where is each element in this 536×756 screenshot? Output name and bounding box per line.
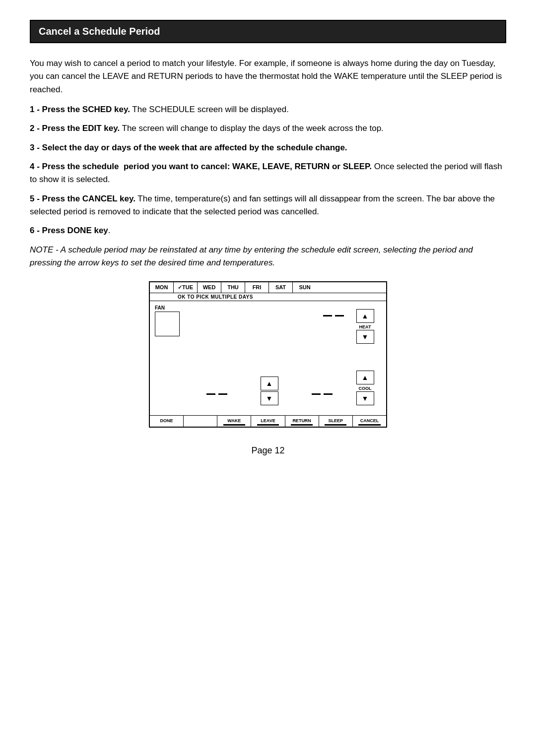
wake-button[interactable]: WAKE — [217, 416, 251, 427]
day-thu[interactable]: THU — [221, 282, 245, 293]
step-1-bold: 1 - Press the SCHED key. — [30, 105, 130, 114]
page-title: Cancel a Schedule Period — [30, 20, 506, 43]
cool-column: ▲ COOL ▼ — [356, 371, 374, 406]
center-column: ▲ ▼ — [190, 305, 349, 406]
sleep-button[interactable]: SLEEP — [319, 416, 353, 427]
day-sun[interactable]: SUN — [293, 282, 317, 293]
time-dash-display — [206, 393, 227, 395]
step-6: 6 - Press DONE key. — [30, 224, 506, 237]
leave-button[interactable]: LEAVE — [251, 416, 285, 427]
fan-column: FAN — [155, 305, 190, 406]
step-6-period: . — [108, 226, 111, 235]
page-number: Page 12 — [30, 445, 506, 456]
time-arrows[interactable]: ▲ ▼ — [261, 377, 278, 406]
thermostat-body: MON ✓TUE WED THU FRI SAT SUN OK TO PICK … — [149, 281, 387, 428]
time-down-button[interactable]: ▼ — [261, 391, 278, 405]
step-2: 2 - Press the EDIT key. The screen will … — [30, 122, 506, 135]
step-5-bold: 5 - Press the CANCEL key. — [30, 194, 135, 203]
intro-paragraph: You may wish to cancel a period to match… — [30, 57, 506, 96]
day-wed[interactable]: WED — [198, 282, 221, 293]
step-6-bold: 6 - Press DONE key — [30, 226, 108, 235]
day-row: MON ✓TUE WED THU FRI SAT SUN — [150, 282, 386, 293]
cool-label: COOL — [359, 386, 372, 391]
cool-dash-display — [312, 393, 333, 395]
heat-label: HEAT — [359, 324, 371, 329]
heat-dash-display — [323, 315, 344, 316]
step-3: 3 - Select the day or days of the week t… — [30, 141, 506, 154]
done-button[interactable]: DONE — [150, 416, 184, 427]
note-paragraph: NOTE - A schedule period may be reinstat… — [30, 244, 506, 270]
mid-row: ▲ ▼ — [190, 377, 349, 406]
note-text: NOTE - A schedule period may be reinstat… — [30, 245, 473, 267]
step-1-rest: The SCHEDULE screen will be displayed. — [132, 105, 289, 114]
bottom-button-row: DONE WAKE LEAVE RETURN SLEEP C — [150, 415, 386, 427]
fan-label: FAN — [155, 305, 165, 311]
day-fri[interactable]: FRI — [245, 282, 269, 293]
step-3-bold: 3 - Select the day or days of the week t… — [30, 143, 347, 152]
heat-up-button[interactable]: ▲ — [356, 309, 374, 323]
step-4: 4 - Press the schedule period you want t… — [30, 160, 506, 187]
therm-main-body: FAN — [150, 301, 386, 410]
return-button[interactable]: RETURN — [285, 416, 319, 427]
ok-label: OK TO PICK MULTIPLE DAYS — [150, 293, 386, 301]
heat-column: ▲ HEAT ▼ — [350, 309, 380, 345]
cancel-button[interactable]: CANCEL — [353, 416, 386, 427]
empty-button — [184, 416, 217, 427]
step-5: 5 - Press the CANCEL key. The time, temp… — [30, 192, 506, 219]
time-up-button[interactable]: ▲ — [261, 377, 278, 390]
heat-down-button[interactable]: ▼ — [356, 330, 374, 344]
cool-up-button[interactable]: ▲ — [356, 371, 374, 384]
fan-box — [155, 312, 180, 336]
step-1: 1 - Press the SCHED key. The SCHEDULE sc… — [30, 103, 506, 116]
step-2-bold: 2 - Press the EDIT key. — [30, 124, 120, 133]
step-2-rest: The screen will change to display the da… — [122, 124, 384, 133]
day-tue[interactable]: ✓TUE — [174, 282, 198, 293]
cool-down-button[interactable]: ▼ — [356, 391, 374, 405]
step-4-bold: 4 - Press the schedule period you want t… — [30, 162, 372, 171]
thermostat-diagram: MON ✓TUE WED THU FRI SAT SUN OK TO PICK … — [30, 281, 506, 428]
day-mon[interactable]: MON — [150, 282, 174, 293]
day-sat[interactable]: SAT — [269, 282, 293, 293]
